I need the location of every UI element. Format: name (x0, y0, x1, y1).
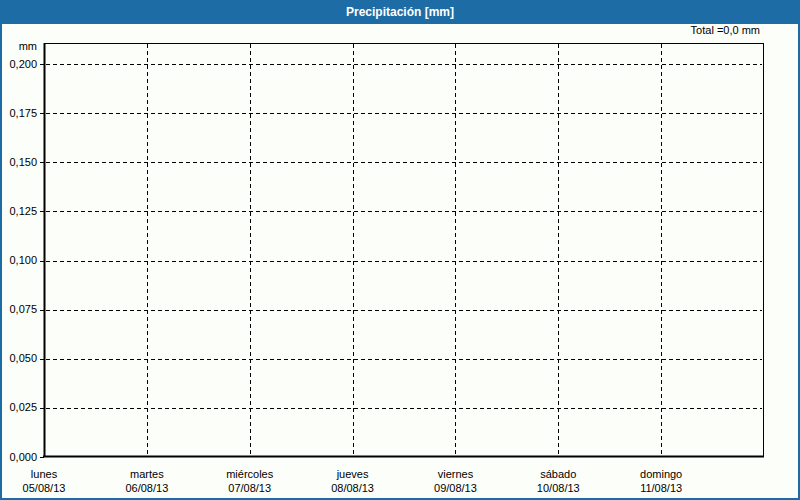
x-date-label: 07/08/13 (228, 482, 271, 495)
y-tick-label: 0,025 (2, 401, 37, 414)
plot-area (2, 2, 800, 500)
x-day-label: sábado (540, 468, 576, 481)
x-date-label: 06/08/13 (125, 482, 168, 495)
y-tick-label: 0,150 (2, 156, 37, 169)
x-date-label: 08/08/13 (331, 482, 374, 495)
chart-window: Precipitación [mm] Total =0,0 mm mm 0,00… (0, 0, 800, 500)
y-tick-label: 0,175 (2, 107, 37, 120)
y-tick-label: 0,000 (2, 451, 37, 464)
x-date-label: 09/08/13 (434, 482, 477, 495)
y-tick-label: 0,125 (2, 205, 37, 218)
x-date-label: 11/08/13 (640, 482, 682, 495)
x-date-label: 10/08/13 (537, 482, 580, 495)
y-tick-label: 0,100 (2, 254, 37, 267)
x-date-label: 05/08/13 (23, 482, 66, 495)
x-day-label: miércoles (226, 468, 273, 481)
x-day-label: martes (130, 468, 164, 481)
y-tick-label: 0,050 (2, 352, 37, 365)
x-day-label: lunes (31, 468, 57, 481)
x-day-label: jueves (337, 468, 369, 481)
y-tick-label: 0,200 (2, 58, 37, 71)
y-tick-label: 0,075 (2, 303, 37, 316)
x-day-label: viernes (438, 468, 473, 481)
x-day-label: domingo (640, 468, 682, 481)
